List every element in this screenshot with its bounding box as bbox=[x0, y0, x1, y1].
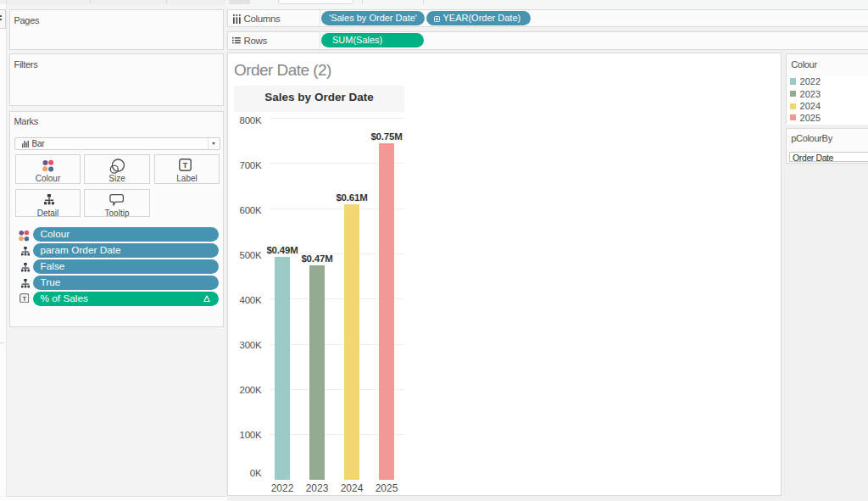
svg-text:T: T bbox=[22, 294, 26, 302]
svg-text:T: T bbox=[183, 160, 188, 170]
